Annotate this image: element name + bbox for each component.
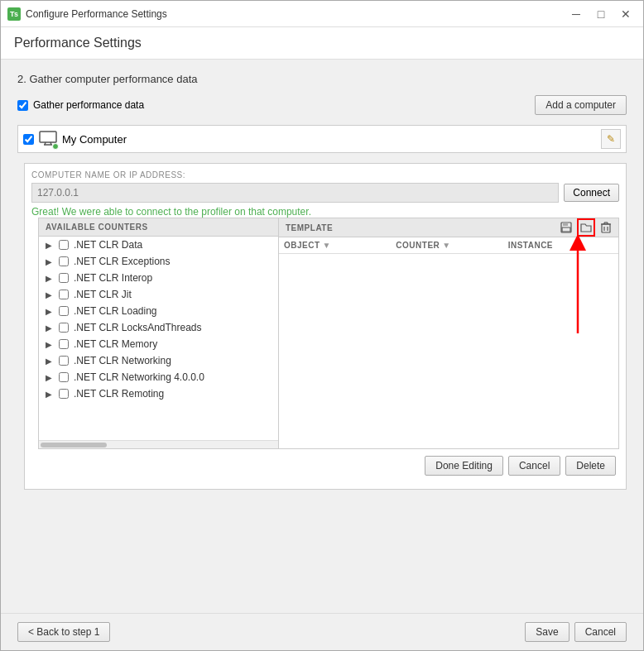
computer-enabled-checkbox[interactable] [23,134,34,145]
expand-arrow-icon: ▶ [46,307,54,315]
counter-filter-icon: ▼ [442,241,450,250]
bottom-action-buttons: Done Editing Cancel Delete [38,449,619,482]
list-item[interactable]: ▶ .NET CLR Networking [39,352,278,369]
svg-rect-0 [40,132,56,142]
computer-name: My Computer [62,133,127,146]
counter-list[interactable]: ▶ .NET CLR Data ▶ .NET CLR Exceptions ▶ … [39,237,278,440]
gather-checkbox[interactable] [17,100,28,111]
counter-checkbox[interactable] [59,273,69,283]
back-to-step1-button[interactable]: < Back to step 1 [17,622,110,642]
computer-info: My Computer [39,131,596,148]
edit-icon: ✎ [607,133,615,145]
app-icon: Ts [7,7,21,21]
connect-button[interactable]: Connect [564,184,619,202]
list-item[interactable]: ▶ .NET CLR Loading [39,303,278,319]
list-item[interactable]: ▶ .NET CLR Exceptions [39,253,278,270]
counter-name: .NET CLR Exceptions [74,256,171,267]
save-button[interactable]: Save [525,622,569,642]
folder-icon [580,222,592,233]
edit-computer-button[interactable]: ✎ [601,129,621,149]
footer: < Back to step 1 Save Cancel [1,613,643,650]
title-bar: Ts Configure Performance Settings ─ □ ✕ [1,1,643,27]
counter-checkbox[interactable] [59,323,69,333]
footer-right-buttons: Save Cancel [525,622,627,642]
connection-success-message: Great! We were able to connect to the pr… [31,206,619,218]
counter-name: .NET CLR Memory [74,338,157,350]
add-computer-button[interactable]: Add a computer [535,95,627,115]
counter-checkbox[interactable] [59,389,69,399]
counter-checkbox[interactable] [59,256,69,266]
counters-section: AVAILABLE COUNTERS ▶ .NET CLR Data ▶ .NE… [38,218,619,482]
list-item[interactable]: ▶ .NET CLR Memory [39,336,278,352]
expand-arrow-icon: ▶ [46,257,54,266]
counter-name: .NET CLR LocksAndThreads [74,322,202,333]
available-pane: AVAILABLE COUNTERS ▶ .NET CLR Data ▶ .NE… [39,218,279,448]
trash-icon [600,222,612,233]
expand-arrow-icon: ▶ [46,390,54,398]
counter-name: .NET CLR Remoting [74,388,164,400]
red-arrow [545,234,594,342]
counter-checkbox[interactable] [59,306,69,316]
list-item[interactable]: ▶ .NET CLR Interop [39,270,278,286]
minimize-button[interactable]: ─ [565,5,587,23]
window: Ts Configure Performance Settings ─ □ ✕ … [0,0,644,651]
counter-checkbox[interactable] [59,240,69,250]
computer-details: COMPUTER NAME OR IP ADDRESS: Connect Gre… [24,163,627,490]
list-item[interactable]: ▶ .NET CLR LocksAndThreads [39,319,278,336]
gather-label: Gather performance data [33,99,144,111]
template-header-label: TEMPLATE [279,219,339,237]
svg-rect-5 [563,223,568,226]
counters-template-area: AVAILABLE COUNTERS ▶ .NET CLR Data ▶ .NE… [38,218,619,449]
counter-name: .NET CLR Loading [74,305,157,317]
counter-name: .NET CLR Jit [74,289,132,300]
ip-row: Connect [31,183,619,203]
svg-rect-7 [602,224,610,232]
counter-checkbox[interactable] [59,339,69,349]
save-icon [560,222,572,233]
svg-rect-6 [562,227,570,232]
column-header-counter: COUNTER ▼ [396,241,501,250]
counter-name: .NET CLR Interop [74,272,152,284]
ip-input[interactable] [31,183,559,203]
list-item[interactable]: ▶ .NET CLR Networking 4.0.0.0 [39,369,278,385]
list-item[interactable]: ▶ .NET CLR Jit [39,286,278,303]
ip-label: COMPUTER NAME OR IP ADDRESS: [31,170,619,180]
expand-arrow-icon: ▶ [46,373,54,381]
main-content: 2. Gather computer performance data Gath… [1,60,643,613]
maximize-button[interactable]: □ [590,5,612,23]
close-button[interactable]: ✕ [615,5,637,23]
counter-name: .NET CLR Networking [74,355,171,366]
delete-template-button[interactable] [597,218,615,237]
counter-checkbox[interactable] [59,290,69,299]
computer-row: My Computer ✎ [17,125,627,153]
expand-arrow-icon: ▶ [46,340,54,348]
connection-status-dot [52,143,59,150]
gather-row: Gather performance data Add a computer [17,95,627,115]
cancel-button[interactable]: Cancel [574,622,627,642]
cancel-editing-button[interactable]: Cancel [508,456,560,476]
gather-checkbox-row: Gather performance data [17,99,144,111]
scrollbar-thumb [41,443,107,448]
list-item[interactable]: ▶ .NET CLR Remoting [39,385,278,402]
expand-arrow-icon: ▶ [46,323,54,332]
expand-arrow-icon: ▶ [46,241,54,249]
counter-checkbox[interactable] [59,372,69,382]
object-filter-icon: ▼ [323,241,331,250]
delete-button[interactable]: Delete [565,456,616,476]
page-header: Performance Settings [1,27,643,60]
list-item[interactable]: ▶ .NET CLR Data [39,237,278,253]
counter-scrollbar[interactable] [39,440,278,448]
available-pane-header: AVAILABLE COUNTERS [39,218,278,237]
counter-name: .NET CLR Networking 4.0.0.0 [74,371,204,383]
monitor-icon-container [39,131,57,148]
column-header-object: OBJECT ▼ [284,241,389,250]
counter-name: .NET CLR Data [74,239,142,251]
page-title: Performance Settings [14,36,142,50]
expand-arrow-icon: ▶ [46,274,54,282]
expand-arrow-icon: ▶ [46,290,54,299]
expand-arrow-icon: ▶ [46,357,54,365]
counter-checkbox[interactable] [59,356,69,366]
done-editing-button[interactable]: Done Editing [425,456,503,476]
window-controls: ─ □ ✕ [565,5,637,23]
window-title: Configure Performance Settings [26,8,565,20]
